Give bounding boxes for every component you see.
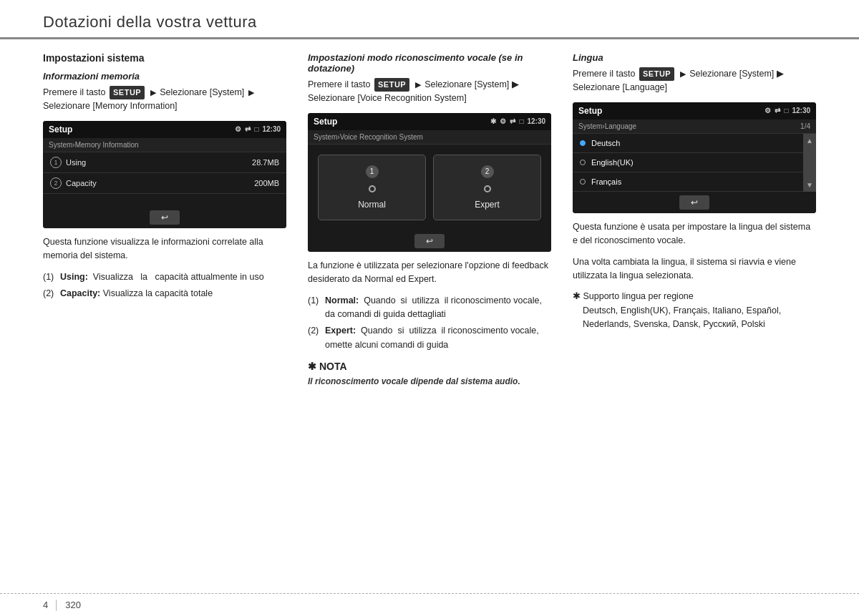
back-button-2[interactable]: ↩ — [414, 234, 445, 248]
circle-1: 1 — [50, 157, 62, 168]
screen-title-2: Setup — [314, 117, 337, 127]
lang-row-english[interactable]: English(UK) — [573, 153, 803, 172]
footer-page-sub: 320 — [65, 600, 81, 610]
lang-label-english: English(UK) — [591, 158, 634, 167]
icon-settings: ⚙ — [235, 125, 241, 133]
icon-bt-3: ⇄ — [775, 107, 780, 114]
lang-dot-deutsch — [580, 140, 586, 146]
icon-box-3: □ — [784, 107, 788, 114]
list-item-normal: (1) Normal: Quando si utilizza il ricono… — [308, 294, 551, 322]
col-voice-recognition: Impostazioni modo riconoscimento vocale … — [308, 52, 551, 555]
li-num-2: (2) — [43, 287, 57, 300]
screen-icons-1: ⚙ ⇄ □ 12:30 — [235, 125, 281, 133]
back-button-3[interactable]: ↩ — [679, 195, 709, 210]
screen-icons-2: ✱ ⚙ ⇄ □ 12:30 — [490, 117, 545, 125]
screen-breadcrumb-2: System›Voice Recognition System — [308, 130, 551, 145]
compat-intro: ✱ Supporto lingua per regione — [573, 290, 816, 303]
vr-li-num-2: (2) — [308, 324, 322, 352]
page-title: Dotazioni della vostra vettura — [43, 13, 816, 31]
vr-num-1: 1 — [366, 165, 379, 178]
compat-note: ✱ Supporto lingua per regione Deutsch, E… — [573, 290, 816, 331]
screen-vr: Setup ✱ ⚙ ⇄ □ 12:30 System›Voice Recogni… — [308, 113, 551, 252]
sel-item-2b: [Memory Information] — [93, 101, 178, 111]
icon-box-2: □ — [519, 117, 523, 125]
circle-2: 2 — [50, 177, 62, 189]
screen-lang: Setup ⚙ ⇄ □ 12:30 System›Language 1/4 De… — [573, 102, 816, 213]
icon-settings-2: ⚙ — [500, 117, 506, 125]
col-system-settings: Impostazioni sistema Informazioni memori… — [43, 52, 286, 555]
memory-desc: Questa funzione visualizza le informazio… — [43, 235, 286, 263]
screen-header-3: Setup ⚙ ⇄ □ 12:30 — [573, 102, 816, 119]
lang-dot-english — [580, 160, 586, 165]
setup-badge-1: SETUP — [110, 86, 145, 99]
list-item-expert: (2) Expert: Quando si utilizza il ricono… — [308, 324, 551, 352]
row-capacity-value: 200MB — [254, 179, 279, 187]
li-text-2: Capacity: Visualizza la capacità totale — [60, 287, 213, 300]
row-capacity-label: 2 Capacity — [50, 177, 97, 189]
back-icon-1: ↩ — [161, 212, 168, 223]
lang-rows-container: Deutsch English(UK) Français ▲ ▼ — [573, 134, 816, 192]
radio-expert — [484, 185, 491, 192]
section-title: Impostazioni sistema — [43, 52, 286, 64]
screen-header-1: Setup ⚙ ⇄ □ 12:30 — [43, 121, 286, 138]
icon-bluetooth: ⇄ — [245, 125, 251, 133]
screen-header-2: Setup ✱ ⚙ ⇄ □ 12:30 — [308, 113, 551, 130]
col-language: Lingua Premere il tasto SETUP ▶ Selezion… — [573, 52, 816, 555]
lang-support-list: Deutsch, English(UK), Français, Italiano… — [573, 304, 816, 332]
scroll-bar: ▲ ▼ — [803, 134, 816, 192]
page-info: 1/4 — [800, 122, 810, 130]
sel-item-1: [System] — [210, 87, 245, 97]
lang-label-francais: Français — [591, 177, 621, 186]
screen-time-3: 12:30 — [792, 107, 810, 114]
screen-footer-2: ↩ — [308, 230, 551, 252]
vr-desc: La funzione è utilizzata per selezionare… — [308, 259, 551, 287]
vr-num-2: 2 — [481, 165, 494, 178]
vr-list: (1) Normal: Quando si utilizza il ricono… — [308, 294, 551, 353]
arrow-2: ▶ — [415, 79, 421, 91]
memory-intro: Premere il tasto SETUP ▶ Selezionare [Sy… — [43, 86, 286, 114]
vr-expert-label: Expert — [475, 200, 500, 210]
sel-item-2: Selezionare — [43, 101, 93, 111]
back-icon-3: ↩ — [691, 197, 698, 207]
list-item-using: (1) Using: Visualizza la capacità attual… — [43, 270, 286, 284]
li-num-1: (1) — [43, 270, 57, 284]
vr-li-text-1: Normal: Quando si utilizza il riconoscim… — [325, 294, 551, 322]
vr-li-text-2: Expert: Quando si utilizza il riconoscim… — [325, 324, 551, 352]
sub-title-vr: Impostazioni modo riconoscimento vocale … — [308, 52, 551, 74]
footer-page-num: 4 — [43, 600, 48, 610]
sel-text-1: Selezionare — [160, 87, 207, 97]
screen-footer-3: ↩ — [573, 192, 816, 213]
vr-li-num-1: (1) — [308, 294, 322, 322]
lang-row-francais[interactable]: Français — [573, 172, 803, 192]
li-text-1: Using: Visualizza la capacità attualment… — [60, 270, 264, 284]
lang-desc2: Una volta cambiata la lingua, il sistema… — [573, 255, 816, 283]
arrow-1: ▶ — [150, 87, 156, 99]
lang-intro: Premere il tasto SETUP ▶ Selezionare [Sy… — [573, 67, 816, 95]
radio-normal — [369, 185, 376, 192]
lang-label-deutsch: Deutsch — [591, 139, 620, 147]
note-section: ✱ NOTA Il riconoscimento vocale dipende … — [308, 361, 551, 388]
vr-expert-btn[interactable]: 2 Expert — [433, 155, 541, 220]
screen-row-capacity: 2 Capacity 200MB — [43, 173, 286, 194]
icon-antenna: □ — [254, 125, 258, 133]
lang-desc1: Questa funzione è usata per impostare la… — [573, 220, 816, 248]
icon-bluetooth-2: ✱ — [490, 117, 496, 125]
setup-badge-2: SETUP — [374, 78, 409, 92]
screen-footer-1: ↩ — [43, 207, 286, 228]
vr-intro-text: Premere il tasto — [308, 79, 371, 89]
screen-time-2: 12:30 — [527, 117, 545, 125]
screen-breadcrumb-1: System›Memory Information — [43, 138, 286, 152]
content-area: Impostazioni sistema Informazioni memori… — [0, 39, 859, 562]
list-item-capacity: (2) Capacity: Visualizza la capacità tot… — [43, 287, 286, 300]
vr-intro: Premere il tasto SETUP ▶ Selezionare [Sy… — [308, 78, 551, 106]
setup-badge-3: SETUP — [639, 67, 674, 81]
memory-list: (1) Using: Visualizza la capacità attual… — [43, 270, 286, 301]
note-text: Il riconoscimento vocale dipende dal sis… — [308, 375, 551, 388]
page-footer: 4 │ 320 — [0, 593, 859, 616]
lang-row-deutsch[interactable]: Deutsch — [573, 134, 803, 153]
screen-breadcrumb-3: System›Language 1/4 — [573, 119, 816, 134]
back-button-1[interactable]: ↩ — [150, 210, 180, 225]
vr-normal-btn[interactable]: 1 Normal — [318, 155, 426, 220]
footer-divider: │ — [54, 600, 59, 610]
arrow-3: ▶ — [680, 68, 686, 80]
